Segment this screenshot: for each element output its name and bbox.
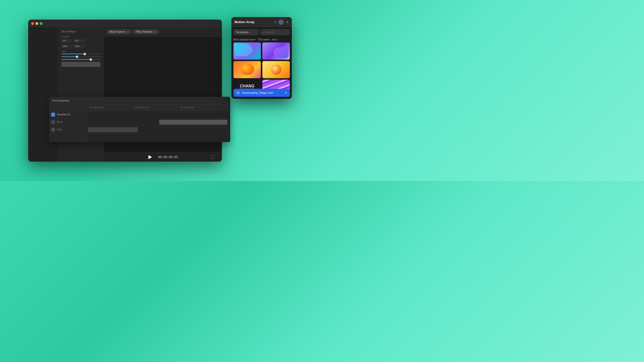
ruler-bar: 00:00:00:00 00:00:01:00 00:00:02:00 bbox=[88, 105, 230, 111]
timeline-body: T Template 01 ♪ Music T Titles 00:00:00:… bbox=[49, 105, 230, 142]
track-row-titles: T Titles bbox=[49, 126, 88, 133]
any-filter[interactable]: Any ▾ bbox=[272, 38, 278, 41]
thumbnail-4[interactable] bbox=[262, 61, 290, 78]
track-name-template: Template 01 bbox=[57, 113, 70, 116]
play-button[interactable] bbox=[147, 154, 153, 160]
timeline-area: Fixed Materials T Template 01 ♪ Music T … bbox=[49, 97, 230, 142]
notification-info-icon: i bbox=[236, 91, 240, 95]
track-row-template: T Template 01 bbox=[49, 111, 88, 118]
play-icon bbox=[148, 155, 152, 159]
slider-2 bbox=[61, 56, 100, 57]
track-content-template bbox=[88, 111, 230, 118]
timeline-tracks-label: T Template 01 ♪ Music T Titles bbox=[49, 105, 88, 142]
search-icon: ⌕ bbox=[263, 31, 264, 34]
settings-panel-title: Text settings bbox=[61, 30, 100, 33]
thumbnail-2[interactable] bbox=[262, 42, 290, 60]
templates-dropdown[interactable]: Templates ▾ bbox=[233, 29, 259, 35]
minimize-window-button[interactable] bbox=[35, 22, 38, 25]
track-icon-template: T bbox=[51, 113, 55, 117]
download-notification: i Downloading "Magic trick" ✕ bbox=[233, 89, 290, 97]
ruler-mark-2: 00:00:02:00 bbox=[180, 107, 194, 109]
motion-array-panel: Motion Array ≡ 👤 ✕ Templates ▾ ⌕ Search … bbox=[231, 17, 292, 99]
ma-close-button[interactable]: ✕ bbox=[286, 20, 289, 24]
thumb-3d-orange bbox=[240, 64, 254, 75]
editor-titlebar bbox=[28, 20, 222, 27]
notification-close-button[interactable]: ✕ bbox=[285, 91, 287, 95]
thumb-blob-purple bbox=[273, 47, 289, 58]
track-name-titles: Titles bbox=[57, 128, 63, 131]
any-filter-label: Any bbox=[272, 38, 276, 41]
search-placeholder: Search bbox=[265, 31, 274, 34]
ma-filters: Most popular items ▾ This week ▾ Any ▾ bbox=[231, 37, 292, 42]
time-chevron-icon: ▾ bbox=[270, 38, 271, 41]
track-content-music bbox=[88, 118, 230, 126]
any-chevron-icon: ▾ bbox=[277, 38, 278, 41]
size-label: Size bbox=[61, 50, 100, 53]
tab-movie-opener-label: Movie Opener bbox=[109, 30, 125, 33]
position-x-input[interactable] bbox=[61, 39, 73, 42]
search-box[interactable]: ⌕ Search bbox=[260, 29, 290, 35]
track-icon-titles: T bbox=[51, 128, 55, 132]
position-inputs bbox=[61, 39, 100, 42]
thumbnail-3[interactable] bbox=[233, 61, 261, 78]
size-inputs bbox=[61, 44, 100, 48]
templates-chevron-icon: ▾ bbox=[249, 31, 250, 33]
ruler-mark-0: 00:00:00:00 bbox=[90, 107, 103, 109]
titles-clip bbox=[88, 127, 138, 132]
ma-titlebar: Motion Array ≡ 👤 ✕ bbox=[231, 17, 292, 27]
ma-user-icon[interactable]: 👤 bbox=[278, 19, 284, 25]
close-window-button[interactable] bbox=[31, 22, 34, 25]
color-preview[interactable] bbox=[61, 62, 100, 67]
ma-controls: Templates ▾ ⌕ Search bbox=[231, 27, 292, 37]
thumb-blob-blue bbox=[235, 44, 252, 56]
playback-bar: 00:00:00:05 ⛶ bbox=[104, 152, 222, 162]
size-w-input[interactable] bbox=[61, 44, 73, 48]
size-h-input[interactable] bbox=[74, 44, 85, 48]
ruler-mark-1: 00:00:01:00 bbox=[135, 107, 148, 109]
thumb-orange-ball bbox=[271, 65, 281, 75]
slider-3 bbox=[61, 59, 100, 60]
timeline-ruler: 00:00:00:00 00:00:01:00 00:00:02:00 bbox=[88, 105, 230, 142]
tab-movie-opener-close[interactable]: ✕ bbox=[127, 31, 129, 33]
tab-movie-opener[interactable]: Movie Opener ✕ bbox=[107, 29, 132, 34]
track-content-titles bbox=[88, 126, 230, 133]
notification-text: Downloading "Magic trick" bbox=[242, 91, 283, 94]
track-icon-music: ♪ bbox=[51, 120, 55, 124]
time-filter-label: This week bbox=[258, 38, 269, 41]
tab-titles-template-label: Titles Template bbox=[136, 30, 153, 33]
track-row-music: ♪ Music bbox=[49, 118, 88, 126]
thumbnail-1[interactable] bbox=[233, 42, 261, 60]
popular-filter-label: Most popular items bbox=[233, 38, 255, 41]
tabs-bar: Movie Opener ✕ Titles Template ✕ bbox=[104, 27, 222, 37]
position-y-input[interactable] bbox=[74, 39, 85, 42]
maximize-window-button[interactable] bbox=[40, 22, 43, 25]
timeline-header-label: Fixed Materials bbox=[52, 99, 69, 102]
fullscreen-button[interactable]: ⛶ bbox=[211, 155, 214, 159]
track-name-music: Music bbox=[57, 121, 63, 123]
slider-1 bbox=[61, 54, 100, 54]
timeline-header: Fixed Materials bbox=[49, 97, 230, 105]
tab-titles-template-close[interactable]: ✕ bbox=[154, 31, 156, 33]
popular-filter[interactable]: Most popular items ▾ bbox=[233, 38, 256, 41]
timecode-display: 00:00:00:05 bbox=[158, 155, 178, 159]
popular-chevron-icon: ▾ bbox=[255, 38, 256, 41]
ma-title: Motion Array bbox=[234, 20, 272, 24]
time-filter[interactable]: This week ▾ bbox=[258, 38, 270, 41]
templates-dropdown-label: Templates bbox=[236, 31, 248, 34]
ma-menu-icon[interactable]: ≡ bbox=[274, 20, 276, 24]
tab-titles-template[interactable]: Titles Template ✕ bbox=[133, 29, 159, 34]
music-clip bbox=[159, 120, 227, 125]
position-label: Position bbox=[61, 35, 100, 38]
